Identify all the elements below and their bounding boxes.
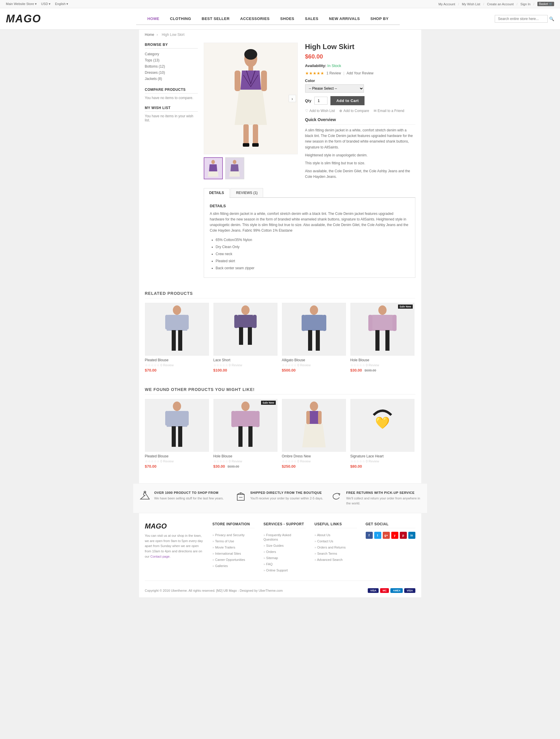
- svg-text:💛: 💛: [375, 416, 390, 430]
- footer-logo-col: MAGO You can visit us at our shop in the…: [145, 522, 204, 573]
- product-thumb-1[interactable]: [204, 157, 223, 179]
- svg-point-26: [378, 305, 387, 315]
- svg-rect-32: [165, 411, 169, 426]
- add-to-compare-link[interactable]: ⊕ Add to Compare: [339, 109, 369, 113]
- qty-input[interactable]: [314, 97, 327, 105]
- footer-sitemap[interactable]: Sitemap: [263, 556, 278, 560]
- footer-faq[interactable]: Frequently Asked Questions: [263, 533, 291, 541]
- might-like-1-image[interactable]: [145, 399, 209, 452]
- footer-about-us[interactable]: About Us: [314, 533, 330, 537]
- might-like-1-price: $70.00: [145, 464, 209, 469]
- sidebar-bottoms[interactable]: Bottoms (12): [145, 64, 165, 68]
- currency-selector[interactable]: USD ▾: [41, 2, 50, 6]
- nav-home[interactable]: HOME: [142, 13, 165, 24]
- language-selector[interactable]: English ▾: [55, 2, 68, 6]
- reviews-count-link[interactable]: 1 Review: [326, 71, 341, 75]
- footer-international[interactable]: International Sites: [213, 552, 241, 555]
- detail-bullet-1: 65% Cotton/35% Nylon: [216, 236, 409, 244]
- might-like-3-stars: ☆☆☆☆☆ 0 Review: [282, 459, 346, 463]
- footer-size-guides[interactable]: Size Guides: [263, 544, 284, 547]
- footer-privacy[interactable]: Privacy and Security: [213, 533, 245, 537]
- facebook-icon[interactable]: f: [366, 532, 373, 539]
- related-product-1-image[interactable]: [145, 303, 209, 356]
- color-select[interactable]: -- Please Select --: [305, 85, 364, 93]
- sidebar-jackets[interactable]: Jackets (8): [145, 77, 162, 81]
- basket-icon[interactable]: Basket 🛒: [537, 2, 554, 6]
- related-product-4-old-price: $600.00: [365, 368, 376, 372]
- footer-advanced-search[interactable]: Advanced Search: [314, 558, 342, 562]
- related-product-4-image[interactable]: Sale New: [351, 303, 415, 356]
- tab-details-btn[interactable]: DETAILS: [204, 188, 230, 198]
- sign-in-link[interactable]: Sign In: [520, 2, 530, 6]
- quick-overview: Quick Overview A slim fitting denim jack…: [305, 117, 415, 180]
- nav-shoes[interactable]: SHOES: [275, 13, 300, 24]
- linkedin-icon[interactable]: in: [408, 532, 415, 539]
- footer-terms[interactable]: Terms of Use: [213, 540, 234, 543]
- product-thumb-2[interactable]: [225, 157, 244, 179]
- social-title: GET SOCIAL: [366, 522, 415, 528]
- footer-contact-link[interactable]: Contact page.: [150, 555, 170, 558]
- googleplus-icon[interactable]: g+: [383, 532, 390, 539]
- add-to-wishlist-link[interactable]: ♡ Add to Wish List: [305, 109, 335, 113]
- svg-rect-35: [178, 426, 182, 447]
- footer-search-terms[interactable]: Search Terms: [314, 552, 337, 555]
- footer-contact-us[interactable]: Contact Us: [314, 540, 333, 543]
- wishlist-title: MY WISH LIST: [145, 106, 198, 112]
- tab-reviews-btn[interactable]: REVIEWS (1): [231, 188, 263, 197]
- useful-links-title: USEFUL LINKS: [314, 522, 357, 528]
- wish-list-link[interactable]: My Wish List: [462, 2, 480, 6]
- footer-galleries[interactable]: Galleries: [213, 564, 228, 568]
- box-icon: [235, 491, 247, 503]
- svg-rect-40: [248, 426, 253, 447]
- add-to-cart-button[interactable]: Add to Cart: [330, 96, 365, 105]
- related-product-4-stars: ☆☆☆☆☆ 0 Review: [351, 363, 415, 367]
- quick-overview-text3: This style is slim fitting but true to s…: [305, 160, 415, 166]
- email-friend-link[interactable]: ✉ Email to a Friend: [374, 109, 405, 113]
- nav-sales[interactable]: SALES: [300, 13, 324, 24]
- add-review-link[interactable]: Add Your Review: [346, 71, 373, 75]
- nav-shop-by[interactable]: SHOP BY: [365, 13, 394, 24]
- store-selector[interactable]: Main Website Store ▾: [6, 2, 37, 6]
- svg-rect-30: [385, 330, 390, 351]
- footer-online-support[interactable]: Online Support: [263, 569, 288, 572]
- nav-clothing[interactable]: CLOTHING: [165, 13, 196, 24]
- search-input[interactable]: [495, 15, 548, 23]
- might-like-4-price: $80.00: [351, 464, 415, 469]
- nav-bestseller[interactable]: BEST SELLER: [196, 13, 235, 24]
- related-product-2: Lace Short ☆☆☆☆☆ 0 Review $100.00: [214, 303, 278, 373]
- nav-new-arrivals[interactable]: NEW ARRIVALS: [324, 13, 365, 24]
- tabs-nav: DETAILS REVIEWS (1): [204, 188, 415, 198]
- might-like-3-image[interactable]: [282, 399, 346, 452]
- product-main-image[interactable]: ›: [204, 43, 298, 154]
- my-account-link[interactable]: My Account: [438, 2, 455, 6]
- sidebar-dresses[interactable]: Dresses (10): [145, 70, 165, 75]
- might-like-2-image[interactable]: Sale New: [214, 399, 278, 452]
- footer-movies[interactable]: Movie Trailers: [213, 546, 236, 549]
- footer-orders[interactable]: Orders: [263, 550, 276, 554]
- sidebar-category[interactable]: Category: [145, 52, 159, 56]
- svg-point-1: [244, 49, 257, 60]
- site-logo[interactable]: MAGO: [6, 13, 41, 25]
- footer-careers[interactable]: Career Opportunities: [213, 558, 245, 562]
- related-product-4: Sale New Hole Blouse ☆☆☆☆☆ 0 Review $30.…: [351, 303, 415, 373]
- footer-faq2[interactable]: FAQ: [263, 562, 273, 566]
- product-next-arrow[interactable]: ›: [289, 95, 296, 102]
- header: MAGO HOME CLOTHING BEST SELLER ACCESSORI…: [0, 8, 560, 30]
- sidebar-tops[interactable]: Tops (13): [145, 58, 160, 62]
- twitter-icon[interactable]: t: [374, 532, 381, 539]
- might-like-4-image[interactable]: 💛: [351, 399, 415, 452]
- breadcrumb-home[interactable]: Home: [145, 33, 154, 37]
- main-nav: HOME CLOTHING BEST SELLER ACCESSORIES SH…: [136, 13, 400, 25]
- related-product-3-image[interactable]: [282, 303, 346, 356]
- visa-card-2: VISA: [404, 588, 415, 593]
- footer-orders-returns[interactable]: Orders and Returns: [314, 546, 346, 549]
- nav-accessories[interactable]: ACCESSORIES: [235, 13, 275, 24]
- top-bar-left: Main Website Store ▾ USD ▾ English ▾: [6, 2, 68, 6]
- youtube-icon[interactable]: y: [391, 532, 398, 539]
- search-button[interactable]: 🔍: [549, 16, 554, 21]
- product-area: ›: [204, 43, 415, 285]
- create-account-link[interactable]: Create an Account: [487, 2, 514, 6]
- pinterest-icon[interactable]: p: [400, 532, 407, 539]
- svg-point-36: [241, 402, 250, 411]
- related-product-2-image[interactable]: [214, 303, 278, 356]
